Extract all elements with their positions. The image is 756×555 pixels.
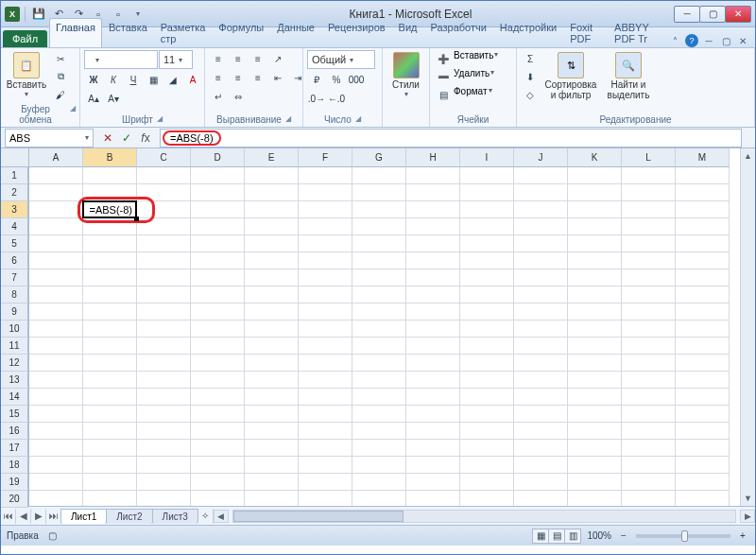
cell[interactable] (514, 440, 568, 457)
zoom-slider-knob[interactable] (681, 530, 688, 542)
cell[interactable] (460, 406, 514, 423)
cell[interactable] (137, 440, 191, 457)
cell[interactable] (352, 235, 406, 252)
view-normal-icon[interactable]: ▦ (532, 529, 549, 544)
cell[interactable] (191, 184, 245, 201)
cell[interactable] (137, 457, 191, 474)
cell[interactable] (514, 423, 568, 440)
insert-cells-button[interactable]: ➕Вставить▾ (434, 50, 498, 67)
copy-icon[interactable]: ⧉ (51, 68, 70, 85)
cell[interactable] (191, 235, 245, 252)
align-middle-icon[interactable]: ≡ (229, 50, 248, 67)
cell[interactable] (568, 286, 622, 304)
find-select-button[interactable]: 🔍 Найти и выделить (602, 50, 655, 100)
cell[interactable] (245, 252, 299, 269)
cell[interactable] (137, 372, 191, 389)
cell[interactable] (460, 372, 514, 389)
cell[interactable] (622, 372, 676, 389)
cell[interactable] (622, 440, 676, 457)
cell[interactable] (676, 252, 730, 269)
zoom-slider[interactable] (636, 534, 730, 538)
sheet-tab[interactable]: Лист3 (152, 509, 198, 524)
cell[interactable] (29, 457, 83, 474)
cell[interactable] (29, 304, 83, 321)
cell[interactable] (514, 457, 568, 474)
cell[interactable] (514, 252, 568, 269)
cell[interactable] (460, 389, 514, 406)
cell[interactable] (83, 491, 137, 506)
vertical-scrollbar[interactable]: ▲ ▼ (740, 148, 755, 506)
cell[interactable] (299, 235, 352, 252)
currency-icon[interactable]: ₽ (307, 71, 326, 88)
select-all-corner[interactable] (1, 148, 28, 167)
cell[interactable] (406, 269, 460, 286)
cell[interactable] (352, 252, 406, 269)
cell[interactable] (568, 406, 622, 423)
cell[interactable] (191, 474, 245, 491)
cell[interactable] (137, 235, 191, 252)
cell[interactable] (460, 440, 514, 457)
cell[interactable] (191, 286, 245, 304)
cell[interactable] (460, 423, 514, 440)
cell[interactable] (406, 440, 460, 457)
decrease-decimal-icon[interactable]: ←.0 (327, 90, 346, 107)
cell[interactable] (676, 474, 730, 491)
font-color-button[interactable]: A (183, 71, 202, 88)
cell[interactable] (245, 440, 299, 457)
help-icon[interactable]: ? (685, 34, 698, 47)
row-header[interactable]: 10 (1, 321, 28, 338)
cell[interactable] (676, 491, 730, 506)
cell[interactable] (245, 218, 299, 235)
cell[interactable] (83, 457, 137, 474)
cell[interactable] (191, 389, 245, 406)
cell[interactable] (137, 474, 191, 491)
cell[interactable] (83, 321, 137, 338)
fill-handle[interactable] (134, 217, 139, 221)
column-header[interactable]: L (622, 148, 676, 167)
cell[interactable] (299, 167, 352, 184)
row-header[interactable]: 9 (1, 304, 28, 321)
cell[interactable] (245, 457, 299, 474)
cell[interactable] (83, 304, 137, 321)
cell[interactable] (568, 457, 622, 474)
ribbon-tab-3[interactable]: Формулы (212, 18, 270, 47)
cell[interactable] (83, 423, 137, 440)
cell[interactable] (460, 286, 514, 304)
cell[interactable] (191, 440, 245, 457)
row-header[interactable]: 1 (1, 167, 28, 184)
cell[interactable] (299, 184, 352, 201)
cell[interactable] (514, 218, 568, 235)
cell[interactable] (83, 440, 137, 457)
sort-filter-button[interactable]: ⇅ Сортировка и фильтр (542, 50, 599, 100)
cell[interactable] (568, 304, 622, 321)
cell[interactable] (191, 491, 245, 506)
cell[interactable] (83, 235, 137, 252)
cell[interactable] (137, 491, 191, 506)
cell[interactable] (299, 406, 352, 423)
cell[interactable] (83, 474, 137, 491)
cell[interactable] (137, 167, 191, 184)
cell[interactable] (568, 269, 622, 286)
cell[interactable] (622, 286, 676, 304)
zoom-in-icon[interactable]: + (736, 529, 749, 543)
cell[interactable] (83, 372, 137, 389)
cell[interactable] (676, 321, 730, 338)
cell[interactable] (406, 457, 460, 474)
row-header[interactable]: 17 (1, 440, 28, 457)
cell[interactable] (568, 167, 622, 184)
cell[interactable] (352, 218, 406, 235)
doc-minimize-icon[interactable]: ─ (702, 34, 715, 47)
cell[interactable] (406, 167, 460, 184)
cell[interactable] (83, 201, 137, 218)
cell[interactable] (352, 474, 406, 491)
scroll-left-icon[interactable]: ◀ (214, 510, 229, 523)
cell[interactable] (622, 304, 676, 321)
view-layout-icon[interactable]: ▤ (548, 529, 565, 544)
row-header[interactable]: 6 (1, 252, 28, 269)
cell[interactable] (83, 252, 137, 269)
row-header[interactable]: 11 (1, 338, 28, 355)
cell[interactable] (191, 355, 245, 372)
grow-font-icon[interactable]: A▴ (84, 90, 103, 107)
cell[interactable] (245, 491, 299, 506)
cell[interactable] (299, 286, 352, 304)
